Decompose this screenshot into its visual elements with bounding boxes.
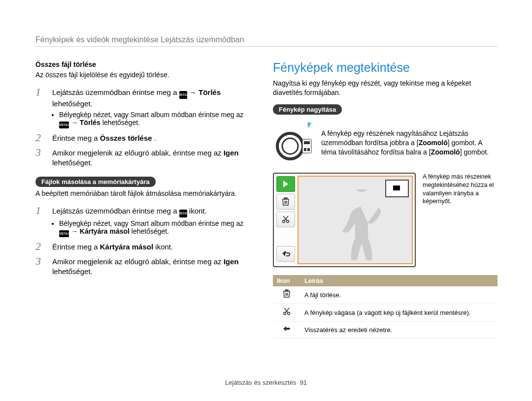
copy-files-desc: A beépített memóriában tárolt fájlok átm… <box>35 189 254 198</box>
return-icon[interactable] <box>276 246 295 262</box>
svg-point-10 <box>283 220 285 222</box>
sub-bold: Törlés <box>80 119 100 126</box>
step-text: Lejátszás üzemmódban érintse meg a <box>52 88 179 96</box>
menu-icon: MENU <box>179 91 187 99</box>
step-text: . <box>154 134 156 142</box>
sub-bold: Kártyára másol <box>80 227 130 235</box>
step-text: Amikor megjelenik az előugró ablak, érin… <box>52 149 224 157</box>
play-icon[interactable] <box>276 176 295 192</box>
child-silhouette <box>337 189 386 263</box>
svg-point-2 <box>282 138 298 154</box>
step-text: Érintse meg a <box>52 134 100 142</box>
th-desc: Leírás <box>300 275 498 286</box>
zoom-dial-illustration <box>273 122 313 165</box>
menu-icon: MENU <box>59 122 69 128</box>
target-bold: Törlés <box>199 88 221 96</box>
return-icon <box>273 321 300 338</box>
step-number: 1 <box>35 205 47 217</box>
secB-step3: 3 Amikor megjelenik az előugró ablak, ér… <box>35 256 254 277</box>
zoom-pill: Fénykép nagyítása <box>273 104 342 115</box>
step-number: 1 <box>35 87 47 109</box>
row-desc: Visszatérés az eredeti nézetre. <box>300 321 498 338</box>
sub-text: lehetőséget. <box>132 227 169 235</box>
menu-icon: MENU <box>179 210 187 217</box>
target-bold: Igen <box>224 257 239 266</box>
sub-text: Bélyegkép nézet, vagy Smart album módban… <box>59 219 243 227</box>
svg-point-19 <box>288 312 290 314</box>
photo-viewport[interactable] <box>298 176 413 264</box>
secA-step2: 2 Érintse meg a Összes törlése . <box>35 132 254 143</box>
footer-section: Lejátszás és szerkesztés <box>225 379 297 386</box>
target-bold: Igen <box>224 149 239 157</box>
step-text: ikont. <box>189 207 207 215</box>
camera-display <box>273 173 416 267</box>
step-text: Amikor megjelenik az előugró ablak, érin… <box>52 257 224 266</box>
sub-text: Bélyegkép nézet, vagy Smart album módban… <box>59 111 243 119</box>
arrow: → <box>71 227 80 235</box>
step-number: 3 <box>35 147 47 168</box>
arrow: → <box>71 119 80 126</box>
drag-callout: A fénykép más részeinek megtekintéséhez … <box>423 173 498 206</box>
svg-point-11 <box>287 220 289 222</box>
table-row: A fénykép vágása (a vágott kép új fájlké… <box>273 304 498 321</box>
right-column: Fényképek megtekintése Nagyítsa ki egy f… <box>273 61 498 339</box>
svg-point-1 <box>277 133 303 159</box>
secA-step1: 1 Lejátszás üzemmódban érintse meg a MEN… <box>35 87 254 109</box>
footer-page: 91 <box>300 379 307 386</box>
trash-icon <box>273 286 300 304</box>
arrow: → <box>189 88 199 96</box>
sub-text: lehetőséget. <box>102 119 140 126</box>
table-row: Visszatérés az eredeti nézetre. <box>273 321 498 338</box>
copy-files-pill: Fájlok másolása a memóriakártyára <box>35 177 156 187</box>
target-bold: Összes törlése <box>100 134 152 142</box>
step-text: lehetőséget. <box>52 267 93 276</box>
left-column: Összes fájl törlése Az összes fájl kijel… <box>35 61 254 339</box>
svg-rect-4 <box>304 148 306 151</box>
step-text: lehetőséget. <box>52 158 93 167</box>
secB-step1-sub: Bélyegkép nézet, vagy Smart album módban… <box>52 219 254 237</box>
step-number: 2 <box>35 241 47 252</box>
row-desc: A fénykép vágása (a vágott kép új fájlké… <box>300 304 498 321</box>
step-number: 2 <box>35 132 47 143</box>
svg-point-18 <box>284 312 286 314</box>
section-title: Fényképek megtekintése <box>273 61 498 75</box>
divider <box>35 46 498 47</box>
svg-marker-0 <box>307 123 311 128</box>
step-number: 3 <box>35 256 47 277</box>
secA-step3: 3 Amikor megjelenik az előugró ablak, ér… <box>35 147 254 168</box>
step-text: Lejátszás üzemmódban érintse meg a <box>52 207 179 215</box>
delete-all-heading: Összes fájl törlése <box>35 61 254 68</box>
page-footer: Lejátszás és szerkesztés 91 <box>0 379 532 386</box>
secA-step1-sub: Bélyegkép nézet, vagy Smart album módban… <box>52 111 254 128</box>
icon-description-table: Ikon Leírás A fájl törlése. <box>273 275 498 339</box>
svg-rect-6 <box>304 141 310 144</box>
step-text: Érintse meg a <box>52 243 100 251</box>
zoom-desc: A fénykép egy részének nagyításához Lejá… <box>321 129 498 157</box>
minimap <box>385 180 409 197</box>
breadcrumb: Fényképek és videók megtekintése Lejátsz… <box>35 35 498 44</box>
table-row: A fájl törlése. <box>273 286 498 304</box>
scissors-icon[interactable] <box>276 212 295 227</box>
row-desc: A fájl törlése. <box>300 286 498 304</box>
secB-step2: 2 Érintse meg a Kártyára másol ikont. <box>35 241 254 252</box>
th-icon: Ikon <box>273 275 300 286</box>
target-bold: Kártyára másol <box>100 243 153 251</box>
section-intro: Nagyítsa ki egy fénykép egy részét, vagy… <box>273 79 498 97</box>
trash-icon[interactable] <box>276 194 295 210</box>
scissors-icon <box>273 304 300 321</box>
delete-all-desc: Az összes fájl kijelölése és egyidejű tö… <box>35 70 254 80</box>
step-text: lehetőséget. <box>52 99 93 108</box>
step-text: ikont. <box>155 243 173 251</box>
secB-step1: 1 Lejátszás üzemmódban érintse meg a MEN… <box>35 205 254 217</box>
svg-rect-5 <box>307 148 310 151</box>
menu-icon: MENU <box>59 230 69 237</box>
